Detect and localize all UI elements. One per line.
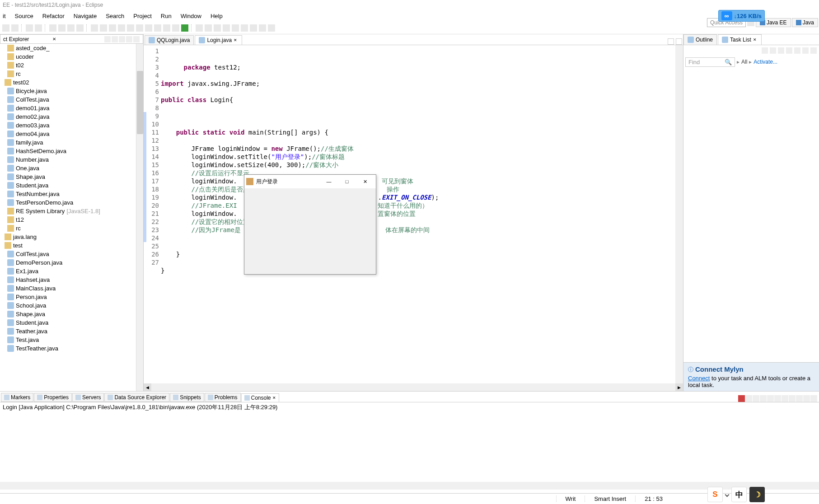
tree-item[interactable]: demo04.java	[0, 130, 143, 138]
collapse-icon[interactable]	[802, 47, 809, 54]
display-icon[interactable]	[789, 395, 796, 402]
chevron-down-icon[interactable]	[725, 492, 730, 497]
toolbar-icon[interactable]	[223, 24, 230, 32]
tree-item[interactable]: CollTest.java	[0, 95, 143, 104]
toolbar-icon[interactable]	[214, 24, 221, 32]
view-menu-icon[interactable]	[119, 36, 125, 42]
tree-item[interactable]: Student.java	[0, 181, 143, 190]
vertical-scrollbar[interactable]	[675, 45, 683, 383]
console-output[interactable]	[0, 412, 819, 482]
tree-item[interactable]: RE System Library [JavaSE-1.8]	[0, 207, 143, 215]
filter-all[interactable]: All	[741, 59, 747, 65]
tree-item[interactable]: ucoder	[0, 52, 143, 61]
step-icon[interactable]	[49, 24, 56, 32]
toolbar-icon[interactable]	[172, 24, 179, 32]
step-over-icon[interactable]	[58, 24, 66, 32]
tree-item[interactable]: t12	[0, 215, 143, 224]
maximize-icon[interactable]	[133, 36, 140, 42]
task-icon[interactable]	[778, 47, 784, 54]
remove-icon[interactable]	[745, 395, 752, 402]
toolbar-icon[interactable]	[232, 24, 239, 32]
run-icon[interactable]	[35, 24, 42, 32]
toolbar-icon[interactable]	[145, 24, 152, 32]
close-icon[interactable]: ✕	[753, 37, 758, 42]
collapse-icon[interactable]	[104, 36, 111, 42]
dialog-titlebar[interactable]: 用户登录 — □ ✕	[244, 175, 376, 188]
tree-item[interactable]: rc	[0, 70, 143, 78]
toolbar-icon[interactable]	[127, 24, 134, 32]
tree-item[interactable]: Person.java	[0, 293, 143, 301]
editor-tab[interactable]: Login.java✕	[195, 35, 242, 45]
tree-item[interactable]: TestNumber.java	[0, 190, 143, 198]
scroll-left-icon[interactable]: ◀	[144, 383, 151, 391]
menu-run[interactable]: Run	[157, 12, 175, 20]
sync-icon[interactable]	[770, 47, 776, 54]
tree-item[interactable]: rc	[0, 224, 143, 233]
minimize-button[interactable]: —	[320, 175, 338, 188]
step-into-icon[interactable]	[67, 24, 75, 32]
tree-item[interactable]: java.lang	[0, 233, 143, 241]
horizontal-scrollbar[interactable]	[0, 482, 819, 490]
sogou-ime-icon[interactable]: S	[707, 487, 723, 502]
scroll-lock-icon[interactable]	[774, 395, 781, 402]
horizontal-scrollbar[interactable]: ◀ ▶	[144, 383, 683, 391]
open-console-icon[interactable]	[796, 395, 803, 402]
tree-item[interactable]: demo03.java	[0, 121, 143, 130]
tree-item[interactable]: Test.java	[0, 336, 143, 344]
find-input[interactable]: Find 🔍	[685, 57, 735, 67]
menu-navigate[interactable]: Navigate	[70, 12, 100, 20]
tab-outline[interactable]: Outline	[683, 34, 717, 45]
tree-item[interactable]: TestTeather.java	[0, 344, 143, 353]
save-icon[interactable]	[11, 24, 19, 32]
night-mode-icon[interactable]: ☽	[749, 487, 765, 502]
link-editor-icon[interactable]	[112, 36, 118, 42]
tree-item[interactable]: asted_code_	[0, 44, 143, 52]
tab-task-list[interactable]: Task List✕	[718, 34, 762, 45]
toolbar-icon[interactable]	[259, 24, 266, 32]
run-green-icon[interactable]	[181, 24, 188, 32]
bottom-tab-problems[interactable]: Problems	[205, 393, 241, 402]
tree-item[interactable]: CollTest.java	[0, 250, 143, 258]
toolbar-icon[interactable]	[196, 24, 203, 32]
tree-item[interactable]: Teather.java	[0, 327, 143, 336]
remove-all-icon[interactable]	[753, 395, 759, 402]
task-icon[interactable]	[794, 47, 800, 54]
tree-item[interactable]: Shape.java	[0, 173, 143, 181]
maximize-editor-icon[interactable]	[676, 38, 682, 45]
toolbar-icon[interactable]	[100, 24, 107, 32]
pin-icon[interactable]	[782, 395, 788, 402]
minimize-icon[interactable]	[803, 395, 810, 402]
close-button[interactable]: ✕	[356, 175, 374, 188]
close-icon[interactable]: ✕	[272, 396, 276, 400]
toolbar-icon[interactable]	[109, 24, 116, 32]
menu-window[interactable]: Window	[177, 12, 205, 20]
tree-item[interactable]: School.java	[0, 301, 143, 310]
menu-source[interactable]: Source	[11, 12, 37, 20]
tree-item[interactable]: DemoPerson.java	[0, 258, 143, 267]
toolbar-icon[interactable]	[118, 24, 125, 32]
maximize-button[interactable]: □	[338, 175, 356, 188]
tree-item[interactable]: Student.java	[0, 318, 143, 327]
toolbar-icon[interactable]	[205, 24, 212, 32]
task-icon[interactable]	[786, 47, 792, 54]
tree-item[interactable]: One.java	[0, 164, 143, 173]
toolbar-icon[interactable]	[241, 24, 248, 32]
tree-item[interactable]: t02	[0, 61, 143, 70]
editor-tab[interactable]: QQLogin.java	[145, 35, 194, 45]
bottom-tab-properties[interactable]: Properties	[34, 393, 72, 402]
tree-item[interactable]: demo01.java	[0, 104, 143, 112]
step-return-icon[interactable]	[76, 24, 84, 32]
console-icon[interactable]	[760, 395, 767, 402]
tree-item[interactable]: Shape.java	[0, 310, 143, 318]
toolbar-icon[interactable]	[91, 24, 98, 32]
menu-project[interactable]: Project	[130, 12, 155, 20]
zh-ime-icon[interactable]: 中	[731, 487, 747, 502]
view-menu-icon[interactable]	[810, 47, 817, 54]
scroll-right-icon[interactable]: ▶	[675, 383, 683, 391]
menu-refactor[interactable]: Refactor	[39, 12, 68, 20]
terminate-icon[interactable]	[738, 395, 745, 402]
tree-item[interactable]: family.java	[0, 138, 143, 147]
minimize-editor-icon[interactable]	[668, 38, 674, 45]
tree-item[interactable]: Ex1.java	[0, 267, 143, 275]
tree-item[interactable]: HashSetDemo.java	[0, 147, 143, 155]
